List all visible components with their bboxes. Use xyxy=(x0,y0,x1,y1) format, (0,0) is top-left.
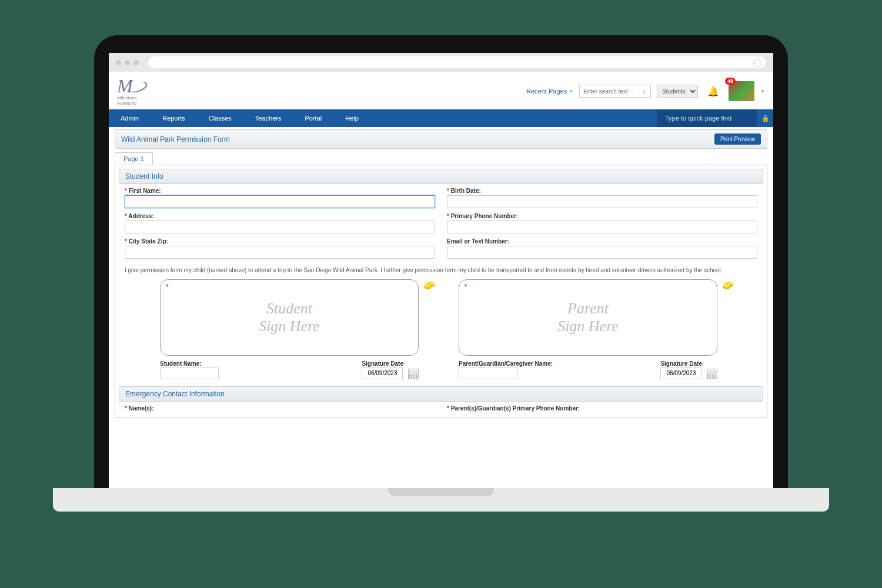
parent-signature-pad[interactable]: * Parent Sign Here xyxy=(459,279,717,356)
student-name-label: Student Name: xyxy=(160,360,219,367)
lock-icon[interactable]: 🔒 xyxy=(757,109,773,127)
chevron-down-icon: ▼ xyxy=(569,89,573,94)
parent-name-input[interactable] xyxy=(459,368,517,379)
eraser-icon[interactable]: 🧽 xyxy=(423,279,435,290)
student-signature-pad[interactable]: * Student Sign Here xyxy=(160,279,419,356)
logo-subtext: Milestone Academy xyxy=(117,95,152,106)
signature-placeholder: Sign Here xyxy=(557,318,619,335)
tab-page-1[interactable]: Page 1 xyxy=(115,152,153,165)
signature-placeholder: Sign Here xyxy=(259,318,320,335)
search-icon[interactable]: ⌕ xyxy=(639,87,650,95)
scope-select[interactable]: Students xyxy=(657,85,698,98)
parent-name-label: Parent/Guardian/Caregiver Name: xyxy=(459,360,553,367)
section-emergency: Emergency Contact Information xyxy=(119,386,763,402)
permission-text: I give permission form my child (named a… xyxy=(119,260,763,277)
email-input[interactable] xyxy=(447,246,757,259)
eraser-icon[interactable]: 🧽 xyxy=(722,279,734,290)
window-dot xyxy=(125,60,130,65)
main-nav: Admin Reports Classes Teachers Portal He… xyxy=(109,109,773,127)
city-state-zip-label: * City State Zip: xyxy=(125,238,435,245)
signature-placeholder: Parent xyxy=(567,300,609,318)
parent-sig-date-input[interactable] xyxy=(660,368,701,379)
nav-portal[interactable]: Portal xyxy=(293,115,333,122)
calendar-icon[interactable] xyxy=(408,369,419,379)
address-label: * Address: xyxy=(125,213,435,219)
user-avatar[interactable]: 49 xyxy=(729,81,754,101)
city-state-zip-input[interactable] xyxy=(125,246,435,259)
calendar-icon[interactable] xyxy=(707,369,717,379)
url-bar[interactable] xyxy=(148,56,766,68)
birth-date-input[interactable] xyxy=(447,195,757,208)
section-student-info: Student Info xyxy=(119,169,763,184)
chevron-down-icon[interactable]: ▼ xyxy=(760,89,765,94)
phone-label: * Primary Phone Number: xyxy=(447,213,757,219)
app-logo: M Milestone Academy xyxy=(117,76,152,106)
quick-page-find[interactable]: Type to quick page find xyxy=(657,109,757,127)
page-title: Wild Animal Park Permission Form xyxy=(121,135,230,143)
first-name-input[interactable] xyxy=(125,195,435,208)
student-sig-date-input[interactable] xyxy=(362,368,403,379)
emergency-names-label: * Name(s): xyxy=(125,405,435,412)
email-label: Email or Text Number: xyxy=(447,238,757,245)
signature-placeholder: Student xyxy=(266,300,312,318)
window-dot xyxy=(116,60,121,65)
notifications-bell-icon[interactable]: 🔔 xyxy=(704,86,723,97)
nav-reports[interactable]: Reports xyxy=(151,115,197,122)
address-input[interactable] xyxy=(125,220,435,233)
search-box[interactable]: ⌕ xyxy=(579,85,651,98)
notification-badge: 49 xyxy=(725,78,736,85)
student-sig-date-label: Signature Date xyxy=(362,360,403,367)
print-preview-button[interactable]: Print Preview xyxy=(714,133,761,145)
phone-input[interactable] xyxy=(447,220,757,233)
browser-chrome xyxy=(109,53,773,72)
nav-admin[interactable]: Admin xyxy=(109,115,151,122)
recent-pages-label: Recent Pages xyxy=(526,88,567,95)
recent-pages-dropdown[interactable]: Recent Pages ▼ xyxy=(526,88,573,95)
search-input[interactable] xyxy=(580,88,639,95)
parent-sig-date-label: Signature Date xyxy=(660,360,702,367)
emergency-phone-label: * Parent(s)/Guardian(s) Primary Phone Nu… xyxy=(447,405,757,412)
nav-classes[interactable]: Classes xyxy=(197,115,243,122)
first-name-label: * First Name: xyxy=(125,188,435,194)
birth-date-label: * Birth Date: xyxy=(447,188,757,194)
nav-help[interactable]: Help xyxy=(333,115,370,122)
student-name-input[interactable] xyxy=(160,368,219,379)
nav-teachers[interactable]: Teachers xyxy=(243,115,293,122)
window-dot xyxy=(133,60,139,65)
